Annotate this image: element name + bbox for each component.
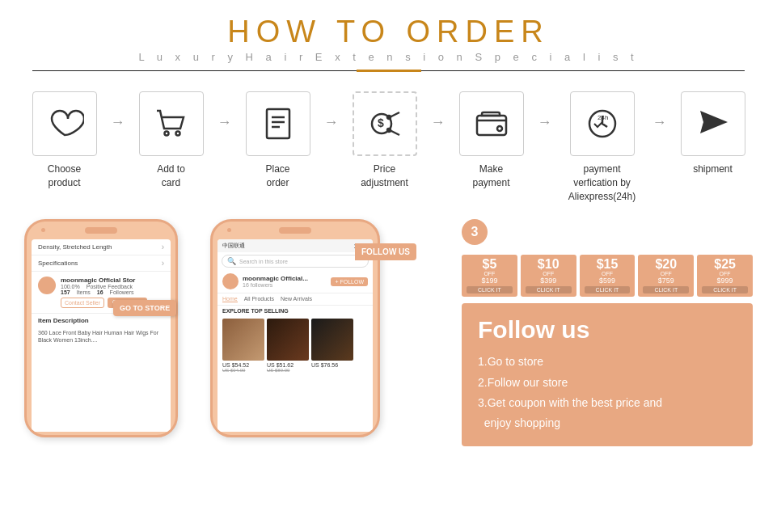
phone-2-followers: 16 followers bbox=[243, 282, 327, 288]
step-verification-icon-box: 24h bbox=[570, 91, 635, 156]
phone-2-store-name: moonmagic Official... bbox=[243, 275, 327, 282]
coupon-5-price: $199 bbox=[467, 277, 513, 285]
coupon-25[interactable]: $25 off $999 CLICK IT bbox=[697, 255, 753, 297]
follow-item-3: 3.Get coupon with the best price and enj… bbox=[478, 393, 737, 433]
phone-1: Density, Stretched Length › Specificatio… bbox=[24, 219, 202, 445]
phone-1-feedback: 100.0% bbox=[61, 284, 80, 289]
phone-2: 中国联通 17:06 🔍 Search in this store moonma… bbox=[210, 219, 404, 445]
phone-2-explore-label: EXPLORE TOP SELLING bbox=[217, 306, 373, 316]
phone-2-avatar bbox=[222, 273, 239, 289]
step-shipment-label: shipment bbox=[693, 163, 733, 176]
phone-2-dot bbox=[227, 228, 231, 232]
step-3-badge: 3 bbox=[462, 219, 488, 245]
svg-rect-12 bbox=[477, 116, 506, 135]
header-divider bbox=[32, 70, 745, 72]
svg-point-10 bbox=[387, 116, 391, 119]
step-order: Placeorder bbox=[234, 91, 323, 190]
arrow-3: → bbox=[324, 91, 339, 131]
phone-2-products: US $54.52 US $94.00 US $51.62 US $89.00 … bbox=[217, 316, 373, 375]
coupon-25-off: off bbox=[702, 271, 748, 277]
phone-2-screen: 中国联通 17:06 🔍 Search in this store moonma… bbox=[217, 239, 373, 432]
phone-2-nav-all[interactable]: All Products bbox=[244, 296, 274, 302]
plane-icon bbox=[694, 104, 733, 143]
phone-2-nav: Home All Products New Arrivals bbox=[217, 293, 373, 306]
phone-1-screen: Density, Stretched Length › Specificatio… bbox=[32, 239, 171, 432]
step-cart: Add tocard bbox=[127, 91, 216, 190]
step-cart-label: Add tocard bbox=[157, 163, 185, 190]
arrow-1: → bbox=[111, 91, 125, 131]
phone-1-dot bbox=[41, 228, 45, 232]
coupon-15-discount: $15 bbox=[585, 258, 631, 271]
phone-1-row-specs: Specifications › bbox=[32, 255, 171, 272]
phone-1-body: Density, Stretched Length › Specificatio… bbox=[24, 219, 178, 437]
step-shipment-icon-box bbox=[681, 91, 745, 156]
coupon-15[interactable]: $15 off $599 CLICK IT bbox=[580, 255, 636, 297]
phone-1-item-text: 360 Lace Front Baby Hair Human Hair Wigs… bbox=[32, 327, 171, 345]
phone-2-follow-btn[interactable]: + FOLLOW bbox=[331, 277, 368, 286]
follow-box-title: Follow us bbox=[478, 316, 737, 344]
follow-box: Follow us 1.Go to store 2.Follow our sto… bbox=[462, 303, 753, 446]
phone-2-nav-new[interactable]: New Arrivals bbox=[281, 296, 312, 302]
goto-store-badge[interactable]: GO TO STORE bbox=[113, 300, 176, 316]
coupon-20[interactable]: $20 off $759 CLICK IT bbox=[638, 255, 694, 297]
contact-seller-btn[interactable]: Contact Seller bbox=[61, 298, 104, 308]
divider-accent bbox=[357, 70, 421, 72]
coupon-15-off: off bbox=[585, 271, 631, 277]
product-item-2: US $51.62 US $89.00 bbox=[267, 319, 309, 373]
phone-2-nav-home[interactable]: Home bbox=[222, 296, 238, 302]
step-choose-icon-box bbox=[32, 91, 97, 156]
step-price: $ Priceadjustment bbox=[340, 91, 429, 190]
phone-1-store-name: moonmagic Official Stor bbox=[61, 277, 164, 284]
svg-point-13 bbox=[497, 126, 502, 131]
svg-rect-2 bbox=[267, 109, 289, 138]
step-cart-icon-box bbox=[139, 91, 204, 156]
phone-2-topbar: 中国联通 17:06 bbox=[217, 239, 373, 252]
follow-item-1: 1.Go to store bbox=[478, 352, 737, 372]
phone-2-search-bar: 🔍 Search in this store bbox=[222, 255, 369, 268]
arrow-6: → bbox=[652, 91, 667, 131]
product-oldprice-2: US $89.00 bbox=[267, 368, 309, 373]
phone-2-search-placeholder: Search in this store bbox=[239, 259, 288, 264]
step-verification-label: paymentverfication byAliexpress(24h) bbox=[568, 163, 636, 203]
phone-1-store-stats: 100.0% Positive Feedback bbox=[61, 284, 164, 289]
step-shipment: shipment bbox=[669, 91, 758, 176]
step-order-icon-box bbox=[246, 91, 310, 156]
coupon-15-label: CLICK IT bbox=[585, 286, 631, 293]
product-price-1: US $54.52 bbox=[222, 362, 264, 368]
wallet-icon bbox=[472, 104, 511, 143]
coupon-5-off: off bbox=[467, 271, 513, 277]
document-icon bbox=[259, 104, 298, 143]
step-choose-label: Chooseproduct bbox=[48, 163, 81, 190]
cart-icon bbox=[152, 104, 191, 143]
bottom-section: Density, Stretched Length › Specificatio… bbox=[0, 211, 777, 446]
step-payment: Makepayment bbox=[447, 91, 536, 190]
phone-1-density-label: Density, Stretched Length bbox=[38, 243, 112, 251]
divider-line-left bbox=[32, 70, 357, 72]
step-payment-label: Makepayment bbox=[472, 163, 509, 190]
phone-2-carrier: 中国联通 bbox=[222, 242, 245, 250]
step-payment-icon-box bbox=[459, 91, 524, 156]
product-price-2: US $51.62 bbox=[267, 362, 309, 368]
step-price-icon-box: $ bbox=[353, 91, 417, 156]
product-oldprice-1: US $94.00 bbox=[222, 368, 264, 373]
page-title: HOW TO ORDER bbox=[0, 15, 777, 49]
chevron-icon-2: › bbox=[162, 259, 164, 268]
phone-2-notch bbox=[279, 227, 311, 234]
dollar-scissors-icon: $ bbox=[365, 104, 404, 143]
coupon-5-label: CLICK IT bbox=[467, 286, 513, 293]
phones-area: Density, Stretched Length › Specificatio… bbox=[24, 219, 446, 446]
arrow-4: → bbox=[431, 91, 446, 131]
coupon-25-price: $999 bbox=[702, 277, 748, 285]
coupon-10-label: CLICK IT bbox=[526, 286, 572, 293]
coupon-5[interactable]: $5 off $199 CLICK IT bbox=[462, 255, 517, 297]
phone-1-feedback-label: Positive Feedback bbox=[87, 284, 133, 289]
coupon-5-discount: $5 bbox=[467, 258, 513, 271]
page-header: HOW TO ORDER L u x u r y H a i r E x t e… bbox=[0, 0, 777, 77]
product-image-2 bbox=[267, 319, 309, 361]
step-choose: Chooseproduct bbox=[20, 91, 109, 190]
clock-check-icon: 24h bbox=[583, 104, 622, 143]
phone-1-followers: 16 bbox=[97, 289, 103, 295]
coupon-10[interactable]: $10 off $399 CLICK IT bbox=[521, 255, 576, 297]
phone-2-store-info: moonmagic Official... 16 followers bbox=[243, 275, 327, 288]
phone-2-store-header: moonmagic Official... 16 followers + FOL… bbox=[217, 270, 373, 293]
